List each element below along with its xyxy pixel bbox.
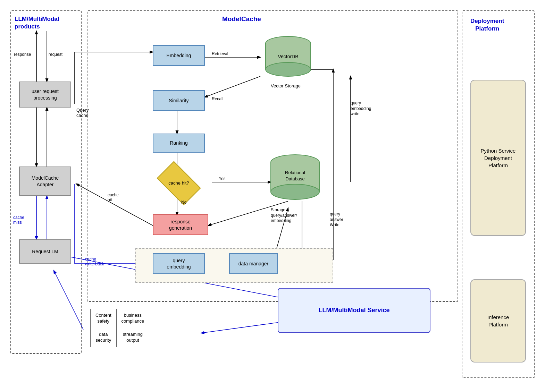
- safety-table: Contentsafety businesscompliance datasec…: [90, 309, 149, 347]
- svg-text:Relational: Relational: [285, 170, 305, 175]
- svg-point-37: [271, 184, 319, 199]
- query-answer-write-label: queryanswerWrite: [330, 212, 343, 228]
- diagram-container: LLM/MultiModalproducts user requestproce…: [0, 0, 545, 392]
- svg-point-31: [266, 62, 311, 76]
- ranking-box: Ranking: [153, 134, 205, 153]
- yes-label: Yes: [219, 176, 226, 181]
- data-manager-box: data manager: [229, 253, 278, 274]
- request-label: request: [49, 52, 62, 57]
- request-lm-box: Request LM: [19, 239, 71, 264]
- query-embedding-box: queryembedding: [153, 253, 205, 274]
- deployment-label: DeploymentPlatform: [470, 17, 504, 33]
- diamond-label: cache hit?: [168, 180, 189, 186]
- response-generation-box: responsegeneration: [153, 214, 208, 235]
- vector-db: VectorDB: [264, 35, 312, 80]
- inference-platform-box: InferencePlatform: [470, 279, 526, 363]
- query-embedding-write-label: queryembeddingwrite: [351, 101, 371, 117]
- query-cache-label: Querycache: [76, 108, 89, 118]
- svg-text:VectorDB: VectorDB: [278, 54, 298, 59]
- relational-storage-label: Storage:query/answer/embedding: [271, 207, 297, 224]
- user-request-box: user requestprocessing: [19, 82, 71, 108]
- model-cache-adapter-box: ModelCacheAdapter: [19, 167, 71, 196]
- vector-storage-label: Vector Storage: [271, 83, 301, 88]
- safety-cell-4: streamingoutput: [116, 328, 149, 347]
- embedding-box: Embedding: [153, 45, 205, 66]
- recall-label: Recall: [212, 96, 223, 101]
- similarity-box: Similarity: [153, 90, 205, 111]
- model-cache-label: ModelCache: [222, 15, 261, 23]
- no-label: No: [181, 200, 186, 205]
- cache-writeback-label: cachewrite-back: [85, 257, 104, 266]
- response-label: response: [14, 52, 31, 57]
- llm-products-label: LLM/MultiModalproducts: [15, 15, 59, 31]
- safety-cell-2: businesscompliance: [116, 309, 149, 328]
- cache-hit-label: cachehit: [108, 193, 119, 202]
- cache-miss-label: cachemiss: [13, 215, 24, 225]
- relational-db: Relational Database: [269, 153, 321, 203]
- python-service-box: Python ServiceDeploymentPlatform: [470, 80, 526, 236]
- safety-cell-3: datasecurity: [91, 328, 117, 347]
- retrieval-label: Retrieval: [212, 51, 228, 56]
- safety-cell-1: Contentsafety: [91, 309, 117, 328]
- svg-text:Database: Database: [285, 176, 305, 181]
- cache-hit-diamond: cache hit?: [156, 166, 201, 201]
- llm-service-box: LLM/MultiModal Service: [278, 288, 430, 333]
